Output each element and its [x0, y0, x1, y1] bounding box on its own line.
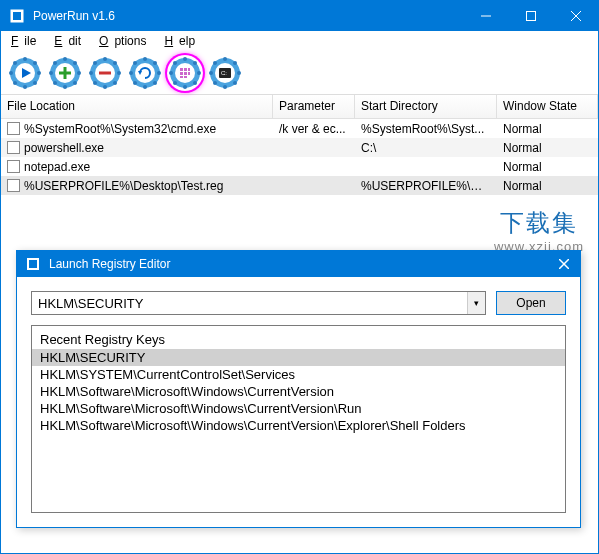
svg-point-74 — [213, 61, 217, 65]
svg-point-73 — [237, 71, 241, 75]
menu-options[interactable]: Options — [93, 32, 158, 50]
close-button[interactable] — [553, 1, 598, 31]
svg-point-71 — [223, 85, 227, 89]
svg-point-23 — [73, 61, 77, 65]
svg-rect-1 — [13, 12, 21, 20]
menu-edit[interactable]: Edit — [48, 32, 93, 50]
minimize-button[interactable] — [463, 1, 508, 31]
svg-point-13 — [13, 81, 17, 85]
svg-point-55 — [197, 71, 201, 75]
svg-point-70 — [223, 57, 227, 61]
menu-file[interactable]: File — [5, 32, 48, 50]
svg-point-33 — [117, 71, 121, 75]
col-header-parameter[interactable]: Parameter — [273, 95, 355, 118]
main-window-title: PowerRun v1.6 — [33, 9, 463, 23]
list-row[interactable]: %USERPROFILE%\Desktop\Test.reg %USERPROF… — [1, 176, 598, 195]
registry-button[interactable] — [167, 55, 203, 91]
registry-path-combo[interactable]: ▾ — [31, 291, 486, 315]
open-button[interactable]: Open — [496, 291, 566, 315]
recent-item[interactable]: HKLM\SECURITY — [32, 349, 565, 366]
list-row[interactable]: %SystemRoot%\System32\cmd.exe /k ver & e… — [1, 119, 598, 138]
svg-point-75 — [233, 61, 237, 65]
svg-point-7 — [23, 57, 27, 61]
svg-point-44 — [157, 71, 161, 75]
svg-point-48 — [153, 81, 157, 85]
svg-point-52 — [183, 57, 187, 61]
menu-help[interactable]: Help — [158, 32, 207, 50]
svg-point-53 — [183, 85, 187, 89]
svg-point-45 — [133, 61, 137, 65]
svg-point-10 — [37, 71, 41, 75]
watermark: 下载集 www.xzji.com — [494, 207, 584, 254]
svg-point-59 — [193, 81, 197, 85]
main-titlebar: PowerRun v1.6 — [1, 1, 598, 31]
recent-keys-label: Recent Registry Keys — [32, 330, 565, 349]
file-icon — [7, 179, 20, 192]
svg-point-11 — [13, 61, 17, 65]
list-row[interactable]: powershell.exe C:\ Normal — [1, 138, 598, 157]
toolbar: C: — [1, 51, 598, 95]
svg-rect-65 — [184, 72, 187, 75]
file-icon — [7, 141, 20, 154]
svg-point-31 — [103, 85, 107, 89]
svg-point-14 — [33, 81, 37, 85]
svg-point-19 — [63, 85, 67, 89]
svg-point-36 — [93, 81, 97, 85]
maximize-button[interactable] — [508, 1, 553, 31]
svg-rect-66 — [188, 72, 190, 75]
svg-point-76 — [213, 81, 217, 85]
dialog-title: Launch Registry Editor — [49, 257, 548, 271]
file-icon — [7, 122, 20, 135]
svg-point-47 — [133, 81, 137, 85]
svg-point-57 — [193, 61, 197, 65]
svg-point-35 — [113, 61, 117, 65]
col-header-location[interactable]: File Location — [1, 95, 273, 118]
svg-point-56 — [173, 61, 177, 65]
recent-item[interactable]: HKLM\Software\Microsoft\Windows\CurrentV… — [32, 417, 565, 434]
chevron-down-icon[interactable]: ▾ — [467, 292, 485, 314]
svg-point-25 — [73, 81, 77, 85]
svg-rect-3 — [526, 12, 535, 21]
svg-point-24 — [53, 81, 57, 85]
list-row[interactable]: notepad.exe Normal — [1, 157, 598, 176]
svg-point-37 — [113, 81, 117, 85]
svg-point-22 — [53, 61, 57, 65]
svg-rect-62 — [184, 68, 187, 71]
svg-point-58 — [173, 81, 177, 85]
svg-point-18 — [63, 57, 67, 61]
app-icon — [9, 8, 25, 24]
svg-point-34 — [93, 61, 97, 65]
svg-point-8 — [23, 85, 27, 89]
svg-point-77 — [233, 81, 237, 85]
list-header: File Location Parameter Start Directory … — [1, 95, 598, 119]
file-icon — [7, 160, 20, 173]
refresh-button[interactable] — [127, 55, 163, 91]
cmd-button[interactable]: C: — [207, 55, 243, 91]
svg-rect-68 — [184, 76, 187, 78]
run-button[interactable] — [7, 55, 43, 91]
svg-point-30 — [103, 57, 107, 61]
svg-rect-61 — [180, 68, 183, 71]
dialog-close-button[interactable] — [548, 251, 580, 277]
col-header-startdir[interactable]: Start Directory — [355, 95, 497, 118]
svg-point-49 — [135, 63, 155, 83]
registry-dialog: Launch Registry Editor ▾ Open Recent Reg… — [16, 250, 581, 528]
col-header-windowstate[interactable]: Window State — [497, 95, 598, 118]
registry-path-input[interactable] — [32, 292, 467, 314]
svg-point-20 — [49, 71, 53, 75]
svg-text:C:: C: — [221, 70, 227, 76]
add-button[interactable] — [47, 55, 83, 91]
file-list: %SystemRoot%\System32\cmd.exe /k ver & e… — [1, 119, 598, 195]
svg-point-42 — [143, 85, 147, 89]
svg-point-43 — [129, 71, 133, 75]
recent-item[interactable]: HKLM\SYSTEM\CurrentControlSet\Services — [32, 366, 565, 383]
svg-rect-64 — [180, 72, 183, 75]
svg-point-32 — [89, 71, 93, 75]
svg-point-54 — [169, 71, 173, 75]
recent-keys-list: Recent Registry Keys HKLM\SECURITY HKLM\… — [31, 325, 566, 513]
recent-item[interactable]: HKLM\Software\Microsoft\Windows\CurrentV… — [32, 383, 565, 400]
svg-rect-67 — [180, 76, 183, 78]
recent-item[interactable]: HKLM\Software\Microsoft\Windows\CurrentV… — [32, 400, 565, 417]
svg-point-72 — [209, 71, 213, 75]
remove-button[interactable] — [87, 55, 123, 91]
